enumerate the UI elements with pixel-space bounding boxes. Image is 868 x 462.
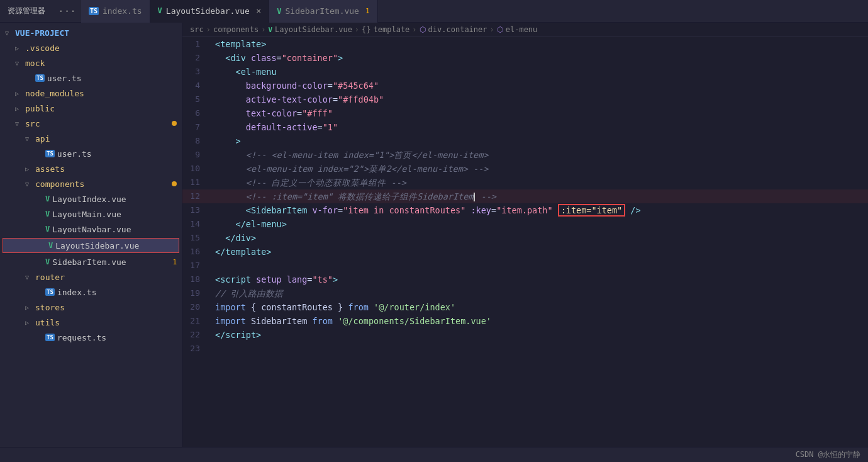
sep: ›: [206, 25, 211, 34]
tab-index-ts[interactable]: TS index.ts: [81, 0, 150, 23]
expand-arrow: ▽: [25, 135, 35, 142]
breadcrumb-file: LayoutSidebar.vue: [275, 25, 352, 34]
file-explorer: ▽ VUE-PROJECT ▷ .vscode ▽ mock TS user.t…: [0, 23, 182, 447]
folder-api[interactable]: ▽ api: [0, 131, 182, 146]
file-sidebar-item[interactable]: V SidebarItem.vue 1: [0, 254, 182, 269]
folder-name: public: [25, 104, 55, 113]
code-line-1: 1 <template>: [182, 37, 868, 51]
code-line-21: 21 import SidebarItem from '@/components…: [182, 314, 868, 328]
file-layout-main[interactable]: V LayoutMain.vue: [0, 206, 182, 222]
file-name: LayoutNavbar.vue: [52, 225, 131, 234]
folder-public[interactable]: ▷ public: [0, 101, 182, 116]
folder-name: api: [35, 134, 50, 144]
folder-src[interactable]: ▽ src: [0, 116, 182, 131]
editor-area: src › components › V LayoutSidebar.vue ›…: [182, 23, 868, 447]
breadcrumb-src: src: [190, 25, 204, 34]
line-content: active-text-color="#ffd04b": [210, 93, 868, 106]
expand-arrow: ▽: [5, 30, 15, 37]
close-icon[interactable]: ×: [256, 6, 261, 16]
breadcrumb-template-brace: {}: [362, 25, 370, 34]
file-mock-user-ts[interactable]: TS user.ts: [0, 70, 182, 86]
main-area: ▽ VUE-PROJECT ▷ .vscode ▽ mock TS user.t…: [0, 23, 868, 447]
expand-arrow: ▽: [15, 120, 25, 127]
code-line-12: 12 <!-- :item="item" 将数据传递给子组件SidebarIte…: [182, 189, 868, 203]
tab-layout-sidebar[interactable]: V LayoutSidebar.vue ×: [150, 0, 270, 23]
line-content: [210, 259, 868, 273]
line-number: 14: [182, 217, 210, 231]
bottom-bar-text: CSDN @永恒的宁静: [796, 449, 860, 460]
ts-icon: TS: [35, 74, 45, 82]
folder-assets[interactable]: ▷ assets: [0, 161, 182, 176]
file-request-ts[interactable]: TS request.ts: [0, 330, 182, 345]
line-content: <el-menu-item index="2">菜单2</el-menu-ite…: [210, 162, 868, 176]
code-line-13: 13 <SidebarItem v-for="item in constantR…: [182, 203, 868, 217]
file-layout-sidebar[interactable]: V LayoutSidebar.vue: [3, 238, 179, 253]
vue-bc-icon: V: [268, 26, 272, 34]
folder-node-modules[interactable]: ▷ node_modules: [0, 86, 182, 101]
tab-sidebar-item[interactable]: V SidebarItem.vue 1: [269, 0, 377, 23]
line-number: 23: [182, 342, 210, 356]
file-name: LayoutSidebar.vue: [55, 241, 139, 251]
more-options[interactable]: ···: [53, 5, 81, 17]
file-api-user-ts[interactable]: TS user.ts: [0, 146, 182, 161]
code-line-3: 3 <el-menu: [182, 65, 868, 79]
line-number: 18: [182, 273, 210, 286]
code-line-22: 22 </script>: [182, 328, 868, 342]
line-number: 3: [182, 65, 210, 79]
line-number: 15: [182, 231, 210, 245]
file-layout-navbar[interactable]: V LayoutNavbar.vue: [0, 222, 182, 237]
folder-name: node_modules: [25, 89, 84, 98]
project-name: VUE-PROJECT: [15, 28, 69, 38]
line-number: 7: [182, 120, 210, 134]
line-content: <div class="container">: [210, 51, 868, 65]
code-line-20: 20 import { constantRoutes } from '@/rou…: [182, 300, 868, 314]
code-line-14: 14 </el-menu>: [182, 217, 868, 231]
folder-name: assets: [35, 164, 65, 174]
project-root[interactable]: ▽ VUE-PROJECT: [0, 25, 182, 40]
line-number: 17: [182, 259, 210, 273]
vue-icon-sidebaritem: V: [277, 7, 281, 16]
vue-icon: V: [45, 257, 50, 266]
file-name: user.ts: [47, 74, 82, 83]
folder-router[interactable]: ▽ router: [0, 269, 182, 285]
sep: ›: [261, 25, 265, 34]
file-layout-index[interactable]: V LayoutIndex.vue: [0, 191, 182, 206]
folder-name: .vscode: [25, 43, 60, 53]
folder-stores[interactable]: ▷ stores: [0, 300, 182, 315]
line-content: <template>: [210, 37, 868, 51]
line-content: <SidebarItem v-for="item in constantRout…: [210, 203, 868, 217]
vue-icon: V: [45, 225, 50, 234]
line-number: 21: [182, 314, 210, 328]
line-content: <!-- :item="item" 将数据传递给子组件SidebarItem -…: [210, 189, 868, 203]
code-line-19: 19 // 引入路由数据: [182, 286, 868, 300]
breadcrumb-el-menu: el-menu: [506, 25, 538, 34]
line-content: background-color="#545c64": [210, 79, 868, 93]
line-content: >: [210, 134, 868, 148]
expand-arrow: ▷: [25, 319, 35, 326]
line-content: <el-menu: [210, 65, 868, 79]
expand-arrow: ▷: [15, 45, 25, 52]
folder-components[interactable]: ▽ components: [0, 176, 182, 191]
line-content: <!-- <el-menu-item index="1">首页</el-menu…: [210, 148, 868, 162]
file-name: index.ts: [57, 288, 97, 297]
folder-mock[interactable]: ▽ mock: [0, 55, 182, 70]
folder-vscode[interactable]: ▷ .vscode: [0, 40, 182, 55]
line-number: 6: [182, 106, 210, 120]
line-number: 11: [182, 176, 210, 189]
line-content: </script>: [210, 328, 868, 342]
folder-utils[interactable]: ▷ utils: [0, 315, 182, 330]
explorer-title: 资源管理器: [0, 6, 53, 16]
tab-label-index: index.ts: [103, 6, 142, 16]
line-number: 22: [182, 328, 210, 342]
file-router-index[interactable]: TS index.ts: [0, 285, 182, 300]
code-line-17: 17: [182, 259, 868, 273]
code-line-4: 4 background-color="#545c64": [182, 79, 868, 93]
ts-icon: TS: [45, 150, 55, 157]
line-content: <!-- 自定义一个动态获取菜单组件 -->: [210, 176, 868, 189]
folder-name: utils: [35, 318, 60, 327]
top-bar: 资源管理器 ··· TS index.ts V LayoutSidebar.vu…: [0, 0, 868, 23]
line-number: 4: [182, 79, 210, 93]
modified-dot: [172, 181, 177, 186]
code-editor[interactable]: 1 <template> 2 <div class="container"> 3…: [182, 37, 868, 447]
vue-icon-sidebar: V: [158, 6, 162, 15]
